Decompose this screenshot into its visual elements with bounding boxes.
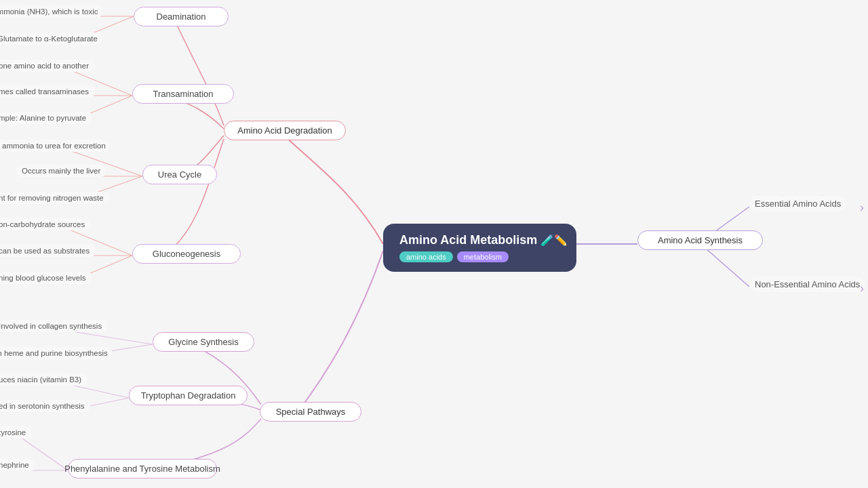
leaf-one-amino: one amino acid to another — [0, 60, 94, 72]
sub-urea-label: Urea Cycle — [158, 169, 201, 180]
leaf-noncarb: on-carbohydrate sources — [0, 218, 90, 230]
sub-glycine-label: Glycine Synthesis — [168, 337, 238, 347]
sub-gluconeogenesis[interactable]: Gluconeogenesis — [132, 244, 241, 264]
leaf-transaminases: mes called transaminases — [0, 85, 94, 98]
sub-deamination[interactable]: Deamination — [134, 7, 229, 26]
sub-phenylalanine[interactable]: Phenylalanine and Tyrosine Metabolism — [68, 459, 217, 479]
sub-gluco-label: Gluconeogenesis — [153, 249, 220, 259]
sub-tryptophan-label: Tryptophan Degradation — [141, 390, 236, 401]
svg-line-18 — [705, 248, 749, 287]
nonessential-label: Non-Essential Amino Acids — [755, 279, 860, 289]
leaf-heme: n heme and purine biosynthesis — [0, 347, 112, 359]
sub-glycine[interactable]: Glycine Synthesis — [153, 332, 254, 352]
sub-essential: Essential Amino Acids — [749, 196, 846, 211]
arrow-essential: › — [860, 201, 864, 215]
branch-degradation-label: Amino Acid Degradation — [237, 125, 332, 136]
sub-phenylalanine-label: Phenylalanine and Tyrosine Metabolism — [64, 464, 220, 474]
leaf-tyrosine: tyrosine — [0, 426, 31, 439]
svg-line-13 — [68, 384, 129, 398]
leaf-nitrogen: nt for removing nitrogen waste — [0, 192, 109, 204]
sub-deamination-label: Deamination — [157, 12, 206, 22]
sub-nonessential: Non-Essential Amino Acids — [749, 277, 865, 292]
leaf-ammonia-urea: s ammonia to urea for excretion — [0, 140, 108, 152]
center-title: Amino Acid Metabolism 🧪✏️ — [399, 233, 568, 247]
tag-amino-acids: amino acids — [399, 251, 453, 262]
leaf-alanine: mple: Alanine to pyruvate — [0, 112, 92, 124]
mindmap-canvas: Amino Acid Metabolism 🧪✏️ amino acids me… — [0, 0, 868, 488]
branch-special[interactable]: Special Pathways — [260, 402, 361, 422]
branch-synthesis[interactable]: Amino Acid Synthesis — [637, 230, 763, 250]
leaf-collagen: Involved in collagen synthesis — [0, 320, 107, 332]
sub-urea[interactable]: Urea Cycle — [142, 165, 217, 184]
svg-line-11 — [68, 331, 153, 344]
leaf-blood-glucose: ning blood glucose levels — [0, 272, 92, 284]
sub-transamination-label: Transamination — [153, 89, 213, 99]
leaf-nephrine: nephrine — [0, 459, 35, 471]
essential-label: Essential Amino Acids — [755, 199, 841, 209]
leaf-ammonia: mmonia (NH3), which is toxic — [0, 5, 102, 18]
leaf-glutamate: Glutamate to α-Ketoglutarate — [0, 33, 102, 45]
branch-degradation[interactable]: Amino Acid Degradation — [224, 121, 346, 140]
arrow-nonessential: › — [860, 281, 864, 296]
sub-tryptophan[interactable]: Tryptophan Degradation — [129, 386, 248, 405]
branch-special-label: Special Pathways — [276, 407, 346, 417]
branch-synthesis-label: Amino Acid Synthesis — [658, 235, 743, 245]
leaf-substrates: can be used as substrates — [0, 245, 95, 257]
leaf-serotonin: ed in serotonin synthesis — [0, 400, 90, 412]
center-node[interactable]: Amino Acid Metabolism 🧪✏️ amino acids me… — [383, 224, 576, 272]
tag-metabolism: metabolism — [457, 251, 509, 262]
leaf-liver: Occurs mainly the liver — [16, 165, 106, 177]
leaf-niacin: uces niacin (vitamin B3) — [0, 373, 87, 386]
sub-transamination[interactable]: Transamination — [132, 84, 234, 104]
